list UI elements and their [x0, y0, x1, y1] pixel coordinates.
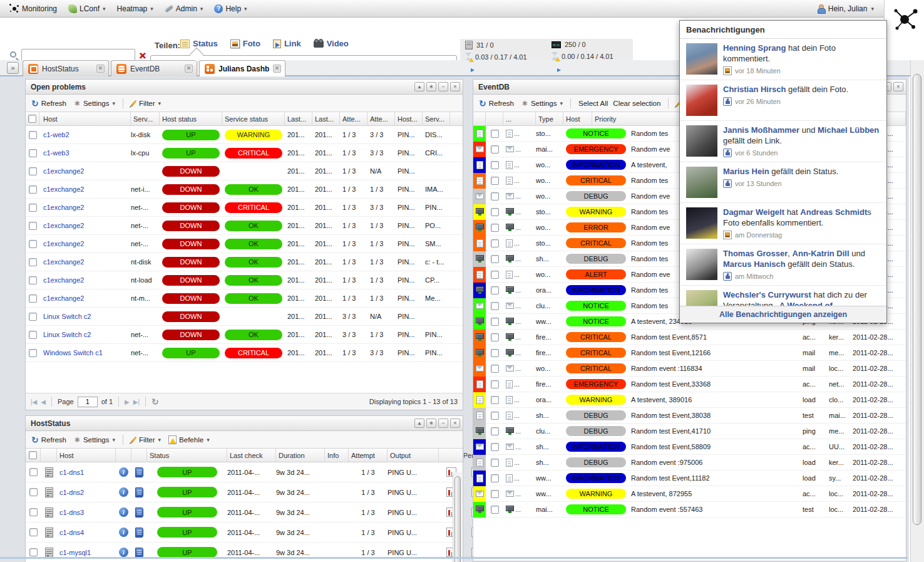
first-page-icon[interactable]: |◀ [31, 398, 37, 405]
tab-julians-dashboard[interactable]: Julians Dashboa ✕ [199, 60, 285, 76]
row-checkbox[interactable] [491, 318, 499, 326]
host-link[interactable]: c1exchange2 [43, 222, 84, 229]
panel-scrollbar[interactable] [453, 472, 462, 562]
row-checkbox[interactable] [491, 349, 499, 357]
row-checkbox[interactable] [491, 224, 499, 232]
row-checkbox[interactable] [29, 528, 38, 536]
share-video-button[interactable]: Video [314, 39, 349, 48]
column-header[interactable]: Atte... [367, 112, 395, 126]
page-scrollbar[interactable] [910, 60, 924, 562]
row-checkbox[interactable] [491, 380, 499, 388]
host-link[interactable]: c1exchange2 [43, 204, 84, 211]
notification-item[interactable]: Marius Hein gefällt dein Status. vor 13 … [680, 162, 886, 203]
row-checkbox[interactable] [491, 333, 499, 341]
close-icon[interactable]: ✕ [185, 65, 193, 73]
host-link[interactable]: Linux Switch c2 [43, 313, 91, 320]
share-status-button[interactable]: Status [180, 39, 218, 48]
column-header[interactable]: Atte... [340, 112, 367, 126]
host-link[interactable]: c1-dns3 [59, 509, 84, 516]
row-checkbox[interactable] [29, 488, 38, 496]
notes-icon[interactable] [135, 487, 143, 497]
row-checkbox[interactable] [491, 208, 499, 216]
row-checkbox[interactable] [29, 185, 37, 194]
settings-button[interactable]: ∗Settings▾ [520, 98, 565, 108]
filter-button[interactable]: Filter▾ [129, 435, 163, 445]
row-checkbox[interactable] [29, 258, 37, 266]
close-icon[interactable]: × [450, 419, 460, 428]
column-header[interactable]: Serv... [423, 112, 450, 126]
close-icon[interactable]: ✕ [273, 65, 281, 73]
close-icon[interactable]: ✕ [96, 65, 105, 73]
menu-help[interactable]: ? Help▾ [208, 0, 252, 18]
host-link[interactable]: c1-dns2 [59, 489, 84, 496]
row-checkbox[interactable] [29, 222, 37, 230]
notification-item[interactable]: Dagmar Weigelt hat Andreas Schmidts Foto… [680, 203, 886, 244]
menu-heatmap[interactable]: Heatmap▾ [111, 0, 159, 18]
row-checkbox[interactable] [29, 508, 38, 516]
row-checkbox[interactable] [491, 239, 499, 247]
column-header[interactable]: Duration [276, 449, 325, 462]
row-checkbox[interactable] [491, 255, 499, 263]
row-checkbox[interactable] [491, 192, 499, 200]
row-checkbox[interactable] [491, 130, 499, 138]
notification-item[interactable]: Christian Hirsch gefällt dein Foto. vor … [680, 80, 886, 121]
prev-page-icon[interactable]: ◀ [41, 398, 46, 405]
notes-icon[interactable] [135, 507, 143, 518]
select-all-checkbox[interactable] [29, 451, 37, 459]
row-checkbox[interactable] [29, 468, 38, 476]
row-checkbox[interactable] [29, 313, 37, 321]
refresh-button[interactable]: ↻Refresh [29, 98, 68, 108]
row-checkbox[interactable] [491, 302, 499, 310]
notes-icon[interactable] [135, 467, 143, 477]
menu-monitoring[interactable]: Monitoring [4, 0, 63, 18]
column-header[interactable]: Attempt [349, 449, 388, 462]
row-checkbox[interactable] [491, 161, 499, 169]
row-checkbox[interactable] [491, 490, 499, 498]
row-checkbox[interactable] [29, 240, 37, 248]
show-all-notifications-link[interactable]: Alle Benachrichtigungen anzeigen [680, 306, 886, 323]
column-header[interactable]: Info [325, 449, 349, 462]
clear-selection-button[interactable]: Clear selection [611, 98, 662, 108]
close-icon[interactable]: × [450, 82, 460, 91]
column-header[interactable]: Host... [395, 112, 423, 126]
row-checkbox[interactable] [491, 286, 499, 294]
befehle-button[interactable]: Befehle▾ [167, 434, 212, 445]
row-checkbox[interactable] [29, 131, 37, 139]
minimize-icon[interactable]: − [438, 82, 448, 91]
column-header[interactable]: Type [536, 112, 563, 126]
expand-sidebar-button[interactable]: » [7, 62, 19, 74]
row-checkbox[interactable] [29, 548, 38, 556]
gear-icon[interactable]: ∗ [426, 82, 436, 91]
info-icon[interactable]: i [119, 467, 128, 477]
tab-eventdb[interactable]: EventDB ✕ [111, 60, 197, 76]
scrollbar-thumb[interactable] [454, 476, 461, 562]
refresh-button[interactable]: ↻Refresh [29, 435, 68, 445]
row-checkbox[interactable] [491, 459, 499, 467]
filter-button[interactable]: Filter▾ [129, 98, 163, 108]
row-checkbox[interactable] [491, 396, 499, 404]
host-link[interactable]: c1-mysql1 [59, 549, 91, 556]
host-link[interactable]: c1-dns1 [59, 469, 84, 476]
tab-hoststatus[interactable]: HostStatus ✕ [23, 60, 109, 76]
notification-item[interactable]: Wechsler's Currywurst hat dich zu der Ve… [680, 286, 886, 306]
notes-icon[interactable] [135, 548, 143, 558]
row-checkbox[interactable] [29, 167, 37, 175]
select-all-button[interactable]: Select All [577, 98, 610, 108]
menu-admin[interactable]: Admin▾ [159, 0, 209, 18]
column-header[interactable]: ... [503, 112, 536, 126]
row-checkbox[interactable] [29, 149, 37, 157]
column-header[interactable]: Priority [592, 112, 686, 126]
row-checkbox[interactable] [491, 474, 499, 482]
row-checkbox[interactable] [491, 427, 499, 435]
next-page-icon[interactable]: ▶ [125, 398, 130, 405]
column-header[interactable]: Host [39, 112, 131, 126]
notes-icon[interactable] [135, 528, 143, 538]
row-checkbox[interactable] [491, 365, 499, 373]
row-checkbox[interactable] [491, 506, 499, 514]
info-icon[interactable]: i [119, 528, 128, 537]
column-header[interactable]: Host [57, 449, 116, 462]
close-icon[interactable]: × [893, 82, 903, 91]
host-link[interactable]: c1exchange2 [43, 276, 84, 284]
host-link[interactable]: c1exchange2 [43, 240, 84, 247]
host-link[interactable]: c1exchange2 [43, 258, 84, 266]
